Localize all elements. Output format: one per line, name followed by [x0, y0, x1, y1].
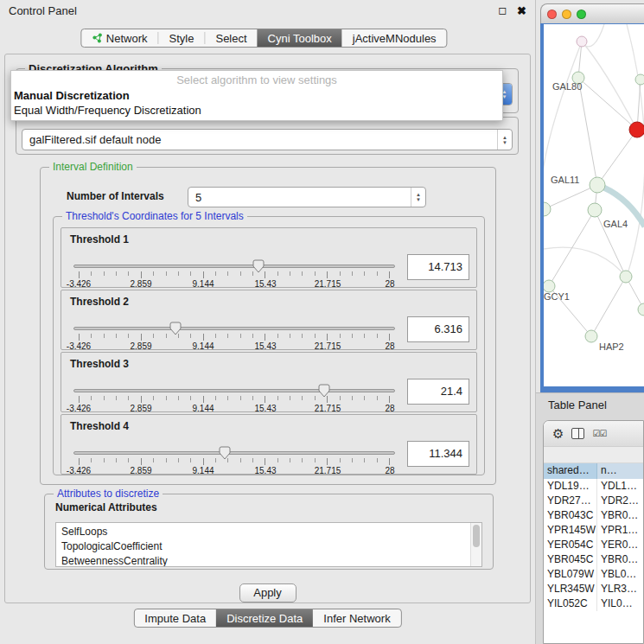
slider-scale-label: 15.43	[254, 341, 276, 350]
table-data-combo-value: galFiltered.sif default node	[22, 133, 497, 146]
threshold-label: Threshold 4	[70, 420, 129, 432]
list-scrollbar[interactable]	[470, 523, 481, 566]
network-edge[interactable]	[597, 130, 637, 185]
minimize-traffic-icon[interactable]	[562, 10, 571, 19]
slider-scale-label: 15.43	[254, 404, 276, 412]
tab-style[interactable]: Style	[159, 29, 205, 47]
network-node[interactable]	[585, 330, 597, 342]
network-canvas[interactable]: GAL80GAL11GAL4GCY1HAP2	[544, 24, 644, 386]
table-row[interactable]: YBL079WYBL0…	[544, 567, 643, 582]
tab-cyni-toolbox[interactable]: Cyni Toolbox	[258, 29, 342, 47]
cell-shared-name: YIL052C	[544, 596, 597, 611]
network-node[interactable]	[588, 203, 602, 217]
thresholds-legend: Threshold's Coordinates for 5 Intervals	[62, 210, 247, 223]
network-node[interactable]	[635, 74, 644, 85]
slider-thumb-track	[79, 259, 390, 273]
network-edge[interactable]	[578, 78, 637, 130]
network-edge[interactable]	[591, 277, 626, 336]
tab-label: Network	[106, 32, 148, 45]
attribute-item[interactable]: SelfLoops	[56, 525, 481, 539]
stepper-down-icon: ▼	[416, 197, 421, 202]
cell-shared-name: YBR043C	[544, 508, 597, 523]
traffic-lights	[547, 10, 586, 19]
threshold-slider[interactable]: -3.4262.8599.14415.4321.71528	[72, 446, 397, 475]
network-view-window: GAL80GAL11GAL4GCY1HAP2	[540, 3, 644, 392]
tab-impute-data[interactable]: Impute Data	[134, 609, 216, 627]
slider-thumb-glyph	[169, 322, 182, 335]
network-node[interactable]	[590, 177, 605, 193]
tab-jactivemnodules[interactable]: jActiveMNodules	[342, 29, 447, 47]
network-node[interactable]	[577, 36, 587, 47]
cell-name: YER0…	[597, 538, 643, 552]
slider-scale-label: 9.144	[192, 466, 214, 475]
table-row[interactable]: YBR043CYBR0…	[544, 508, 643, 523]
scrollbar-thumb[interactable]	[473, 525, 480, 547]
apply-button[interactable]: Apply	[239, 583, 296, 603]
threshold-slider[interactable]: -3.4262.8599.14415.4321.71528	[72, 259, 397, 288]
tab-label: Infer Network	[323, 612, 390, 625]
network-node[interactable]	[638, 303, 644, 316]
close-window-icon[interactable]: ✖	[517, 4, 526, 17]
tab-network[interactable]: Network	[81, 29, 158, 47]
network-node[interactable]	[629, 122, 644, 137]
slider-thumb-track	[79, 322, 390, 335]
attribute-item[interactable]: TopologicalCoefficient	[56, 539, 481, 554]
float-window-icon[interactable]: ◻	[498, 4, 507, 16]
network-window-titlebar[interactable]	[540, 3, 644, 23]
cell-name: YIL0…	[597, 596, 643, 611]
tab-select[interactable]: Select	[205, 29, 257, 47]
table-row[interactable]: YBR045CYBR0…	[544, 552, 643, 567]
columns-icon[interactable]	[571, 428, 584, 439]
threshold-slider[interactable]: -3.4262.8599.14415.4321.71528	[72, 322, 397, 350]
table-row[interactable]: YLR345WYLR3…	[544, 582, 643, 596]
slider-scale-label: -3.426	[67, 341, 91, 350]
table-row[interactable]: YDR27…YDR2…	[544, 494, 643, 508]
network-node[interactable]	[544, 202, 551, 216]
table-data-combo[interactable]: galFiltered.sif default node ▲▼	[22, 129, 513, 150]
number-of-intervals-combo[interactable]: 5 ▲▼	[188, 187, 426, 207]
threshold-label: Threshold 3	[70, 358, 129, 370]
slider-thumb[interactable]	[252, 259, 265, 273]
tab-label: jActiveMNodules	[353, 32, 437, 45]
slider-thumb[interactable]	[169, 322, 182, 335]
combo-stepper-icon[interactable]: ▲▼	[497, 130, 512, 150]
threshold-value-field[interactable]: 14.713	[407, 254, 469, 280]
cell-shared-name: YDL19…	[544, 479, 597, 494]
threshold-value-field[interactable]: 21.4	[407, 379, 469, 405]
network-edge[interactable]	[578, 78, 597, 185]
tab-infer-network[interactable]: Infer Network	[313, 609, 400, 627]
attribute-item[interactable]: BetweennessCentrality	[56, 554, 481, 567]
algorithm-option[interactable]: Equal Width/Frequency Discretization	[11, 103, 502, 118]
table-row[interactable]: YER054CYER0…	[544, 538, 643, 552]
network-node[interactable]	[544, 280, 555, 292]
combo-stepper-icon[interactable]: ▲▼	[411, 188, 425, 207]
stepper-down-icon: ▼	[502, 140, 507, 145]
threshold-value-field[interactable]: 11.344	[407, 441, 469, 467]
threshold-slider[interactable]: -3.4262.8599.14415.4321.71528	[72, 384, 397, 412]
threshold-panel: Threshold 2-3.4262.8599.14415.4321.71528…	[61, 290, 477, 350]
gear-icon[interactable]: ⚙	[552, 427, 564, 440]
tab-discretize-data[interactable]: Discretize Data	[216, 609, 313, 627]
select-columns-icons[interactable]: ☑☑	[592, 429, 606, 438]
slider-thumb-glyph	[252, 259, 265, 273]
table-row[interactable]: YIL052CYIL0…	[544, 596, 643, 611]
cell-shared-name: YLR345W	[544, 582, 597, 596]
interval-definition-legend: Interval Definition	[49, 161, 137, 174]
algorithm-option[interactable]: Manual Discretization	[11, 88, 502, 103]
slider-thumb[interactable]	[318, 384, 330, 398]
threshold-value-field[interactable]: 6.316	[407, 316, 469, 342]
column-header-shared-name[interactable]: shared…	[544, 463, 597, 479]
control-panel-titlebar: Control Panel ◻ ✖	[0, 0, 535, 21]
checkbox-icon[interactable]: ☑	[599, 429, 606, 438]
column-header-name[interactable]: n…	[597, 463, 643, 479]
table-row[interactable]: YPR145WYPR1…	[544, 523, 643, 538]
thresholds-group: Threshold's Coordinates for 5 Intervals …	[53, 216, 485, 475]
network-node[interactable]	[620, 271, 632, 283]
cell-shared-name: YBR045C	[544, 552, 597, 567]
network-edge-arc	[544, 247, 626, 277]
close-traffic-icon[interactable]	[547, 10, 557, 19]
slider-thumb[interactable]	[219, 446, 231, 460]
tab-label: Impute Data	[144, 612, 206, 625]
zoom-traffic-icon[interactable]	[577, 10, 586, 19]
table-row[interactable]: YDL19…YDL1…	[544, 479, 643, 494]
